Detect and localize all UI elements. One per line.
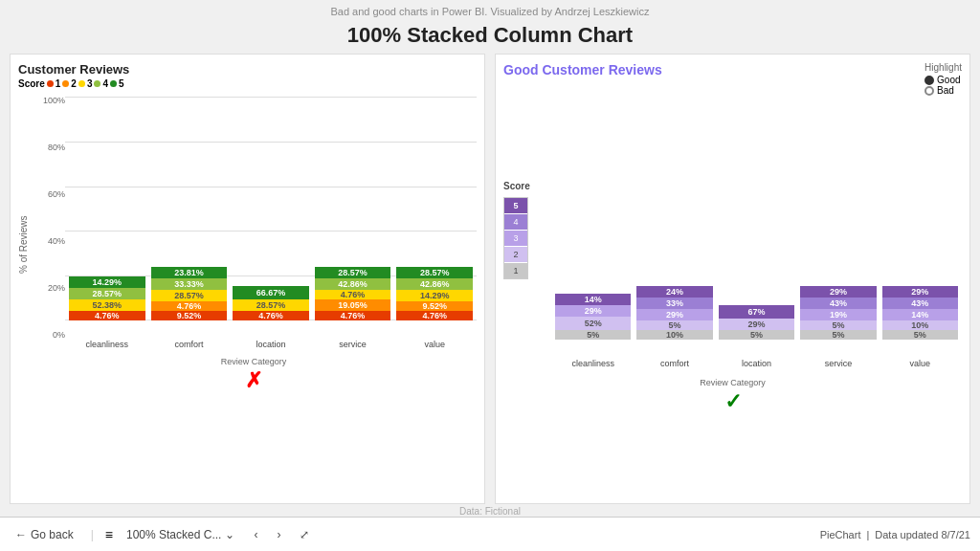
segment: 4.76% bbox=[396, 311, 473, 320]
segment: 28.57% bbox=[315, 267, 391, 278]
segment: 4.76% bbox=[151, 301, 228, 311]
main-container: Bad and good charts in Power BI. Visuali… bbox=[0, 0, 980, 551]
segment: 14% bbox=[555, 294, 631, 305]
segment: 42.86% bbox=[396, 278, 473, 290]
bar-comfort: 23.81% 33.33% 28.57% 4.76% 9.52% bbox=[151, 267, 228, 320]
segment: 5% bbox=[800, 320, 876, 330]
segment: 43% bbox=[800, 298, 876, 309]
prev-arrow-icon: ‹ bbox=[254, 528, 257, 541]
y-tick: 20% bbox=[31, 284, 65, 293]
segment: 29% bbox=[636, 309, 712, 320]
segment: 14.29% bbox=[396, 290, 473, 301]
tab-button[interactable]: 100% Stacked C... ⌄ bbox=[121, 526, 240, 543]
segment: 43% bbox=[882, 298, 958, 309]
data-updated-label: Data updated 8/7/21 bbox=[875, 529, 970, 540]
segment: 14% bbox=[882, 309, 958, 320]
score1-dot bbox=[47, 80, 54, 87]
back-button[interactable]: ← Go back bbox=[10, 526, 79, 543]
back-arrow-icon: ← bbox=[15, 528, 27, 541]
segment: 28.57% bbox=[233, 299, 309, 311]
segment: 9.52% bbox=[151, 311, 228, 320]
score5-box: 5 bbox=[504, 198, 527, 213]
segment: 52.38% bbox=[69, 299, 145, 311]
right-chart-title: Good Customer Reviews bbox=[503, 62, 962, 77]
y-tick: 60% bbox=[31, 190, 65, 199]
chevron-down-icon: ⌄ bbox=[225, 528, 234, 541]
expand-icon: ⤢ bbox=[300, 528, 309, 541]
next-button[interactable]: › bbox=[271, 526, 286, 543]
left-chart: Customer Reviews Score 1 2 3 4 5 bbox=[10, 54, 485, 504]
score2-box: 2 bbox=[504, 247, 527, 262]
segment: 9.52% bbox=[396, 301, 473, 311]
score2-dot bbox=[62, 80, 69, 87]
segment: 14.29% bbox=[69, 276, 145, 288]
next-arrow-icon: › bbox=[277, 528, 280, 541]
score-legend: Score 1 2 3 4 5 bbox=[18, 78, 129, 89]
score5-dot bbox=[110, 80, 117, 87]
right-x-label-location: location bbox=[719, 359, 794, 378]
segment: 4.76% bbox=[315, 290, 391, 299]
bar-value: 28.57% 42.86% 14.29% 9.52% 4.76% bbox=[396, 267, 473, 320]
toolbar-left: ← Go back | ≡ 100% Stacked C... ⌄ ‹ › ⤢ bbox=[10, 526, 820, 543]
segment: 19.05% bbox=[315, 299, 391, 311]
subtitle: Bad and good charts in Power BI. Visuali… bbox=[0, 0, 980, 19]
segment: 28.57% bbox=[69, 288, 145, 299]
segment: 66.67% bbox=[233, 286, 309, 299]
charts-row: Customer Reviews Score 1 2 3 4 5 bbox=[10, 54, 970, 504]
bad-mark: ✗ bbox=[31, 368, 477, 393]
x-label-location: location bbox=[233, 340, 309, 359]
segment: 28.57% bbox=[396, 267, 473, 278]
separator: | bbox=[91, 528, 94, 541]
segment: 5% bbox=[882, 330, 958, 340]
x-label-value: value bbox=[396, 340, 473, 359]
segment: 4.76% bbox=[233, 311, 309, 320]
segment: 23.81% bbox=[151, 267, 228, 278]
segment: 10% bbox=[882, 320, 958, 330]
good-mark: ✓ bbox=[503, 389, 962, 414]
segment: 5% bbox=[636, 320, 712, 330]
segment: 33.33% bbox=[151, 278, 228, 290]
right-bar-comfort: 24% 33% 29% 5% 10% bbox=[636, 286, 712, 340]
y-tick: 0% bbox=[31, 331, 65, 340]
segment: 5% bbox=[555, 330, 631, 340]
segment: 28.57% bbox=[151, 290, 228, 301]
toolbar: ← Go back | ≡ 100% Stacked C... ⌄ ‹ › ⤢ … bbox=[0, 517, 980, 551]
main-title: 100% Stacked Column Chart bbox=[10, 23, 970, 48]
bar-location: 66.67% 28.57% 4.76% bbox=[233, 286, 309, 320]
content-area: 100% Stacked Column Chart Customer Revie… bbox=[0, 19, 980, 517]
score3-box: 3 bbox=[504, 231, 527, 246]
segment: 4.76% bbox=[69, 311, 145, 320]
score-label: Score bbox=[18, 78, 45, 89]
segment: 10% bbox=[636, 330, 712, 340]
segment: 29% bbox=[800, 286, 876, 298]
right-x-label-value: value bbox=[882, 359, 958, 378]
y-tick: 100% bbox=[31, 97, 65, 105]
bar-service: 28.57% 42.86% 4.76% 19.05% 4.76% bbox=[315, 267, 391, 320]
right-x-label-comfort: comfort bbox=[636, 359, 712, 378]
segment: 29% bbox=[555, 305, 631, 317]
menu-icon: ≡ bbox=[105, 527, 113, 542]
left-chart-title: Customer Reviews bbox=[18, 62, 129, 77]
x-label-comfort: comfort bbox=[151, 340, 228, 359]
x-label-service: service bbox=[315, 340, 391, 359]
segment: 42.86% bbox=[315, 278, 391, 290]
y-tick: 80% bbox=[31, 143, 65, 152]
expand-button[interactable]: ⤢ bbox=[294, 526, 315, 543]
right-bar-service: 29% 43% 19% 5% 5% bbox=[800, 286, 876, 340]
segment: 4.76% bbox=[315, 311, 391, 320]
segment: 19% bbox=[800, 309, 876, 320]
right-x-label-cleanliness: cleanliness bbox=[555, 359, 631, 378]
segment: 67% bbox=[719, 305, 794, 319]
segment: 52% bbox=[555, 317, 631, 330]
right-x-axis-sub: Review Category bbox=[503, 378, 962, 387]
highlight-label: Highlight bbox=[924, 62, 962, 73]
score4-dot bbox=[94, 80, 100, 87]
segment: 29% bbox=[719, 319, 794, 330]
segment: 29% bbox=[882, 286, 958, 298]
prev-button[interactable]: ‹ bbox=[248, 526, 263, 543]
right-bar-cleanliness: 14% 29% 52% 5% bbox=[555, 294, 631, 340]
data-note: Data: Fictional bbox=[10, 506, 970, 517]
x-label-cleanliness: cleanliness bbox=[69, 340, 145, 359]
right-chart: Highlight Good Bad Good Customer Reviews bbox=[495, 54, 970, 504]
toolbar-separator: | bbox=[866, 529, 869, 540]
